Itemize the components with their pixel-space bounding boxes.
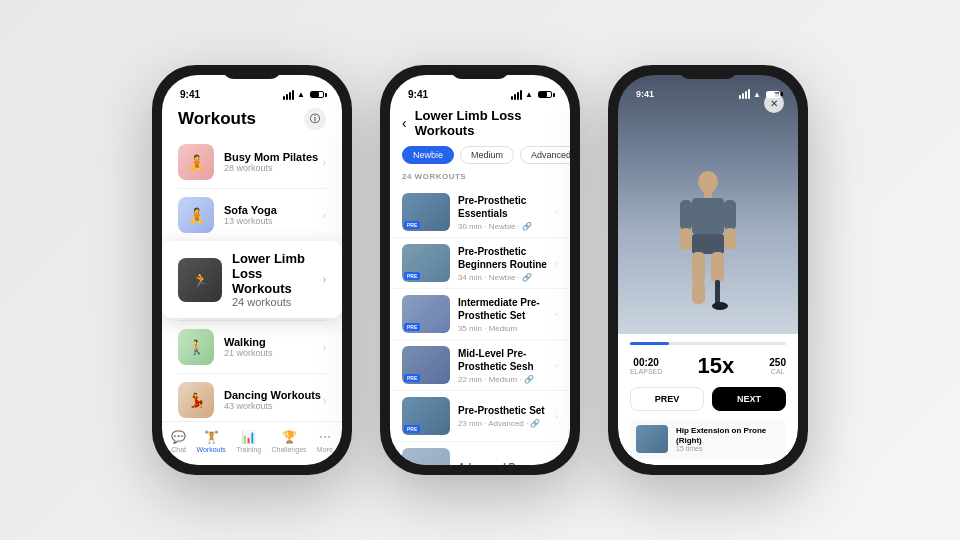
detail-item-5[interactable]: PRE Pre-Prosthetic Set 23 min · Advanced… — [390, 391, 570, 442]
elapsed-label: ELAPSED — [630, 368, 662, 375]
detail-item-6[interactable]: PRE Advanced Pre-... — [390, 442, 570, 465]
phone-player: 9:41 ▲ ✕ — [608, 65, 808, 475]
battery-1 — [310, 91, 324, 98]
nav-challenges-label: Challenges — [272, 446, 307, 453]
workout-item-yoga[interactable]: 🧘 Sofa Yoga 13 workouts › — [170, 191, 334, 239]
phone-notch-2 — [450, 65, 510, 79]
workout-count-dancing: 43 workouts — [224, 401, 323, 411]
detail-thumb-3: PRE — [402, 295, 450, 333]
phone-notch — [222, 65, 282, 79]
workout-item-dancing[interactable]: 💃 Dancing Workouts 43 workouts › — [170, 376, 334, 421]
cal-label: CAL — [769, 368, 786, 375]
signal-bars-1 — [283, 90, 294, 100]
detail-thumb-label-1: PRE — [404, 221, 420, 229]
nav-training-label: Training — [236, 446, 261, 453]
prev-button[interactable]: PREV — [630, 387, 704, 411]
phone-detail: 9:41 ▲ ‹ Lower Limb — [380, 65, 580, 475]
filter-medium[interactable]: Medium — [460, 146, 514, 164]
nav-chat-label: Chat — [171, 446, 186, 453]
detail-thumb-6: PRE — [402, 448, 450, 465]
phone2-title: Lower Limb Loss Workouts — [415, 108, 558, 138]
phone-workouts: 9:41 ▲ Workouts ⓘ — [152, 65, 352, 475]
timer-row: 00:20 ELAPSED 15x 250 CAL — [630, 353, 786, 379]
nav-workouts[interactable]: 🏋️ Workouts — [196, 430, 225, 453]
next-exercise: Hip Extension on Prone (Right) 15 times — [630, 419, 786, 459]
detail-thumb-label-5: PRE — [404, 425, 420, 433]
svg-rect-7 — [692, 234, 724, 254]
filter-row: Newbie Medium Advanced — [390, 146, 570, 172]
detail-thumb-1: PRE — [402, 193, 450, 231]
close-button[interactable]: ✕ — [764, 93, 784, 113]
challenges-icon: 🏆 — [282, 430, 297, 444]
detail-name-2: Pre-Prosthetic Beginners Routine — [458, 245, 555, 271]
nav-more-label: More — [317, 446, 333, 453]
detail-item-2[interactable]: PRE Pre-Prosthetic Beginners Routine 34 … — [390, 238, 570, 289]
detail-chevron-3: › — [555, 310, 558, 319]
workout-name-limb: Lower Limb Loss Workouts — [232, 251, 323, 296]
workout-thumb-limb: 🏃 — [178, 258, 222, 302]
next-exercise-info: Hip Extension on Prone (Right) 15 times — [676, 426, 780, 452]
video-area: 9:41 ▲ ✕ — [618, 75, 798, 334]
nav-training[interactable]: 📊 Training — [236, 430, 261, 453]
elapsed-value: 00:20 — [630, 357, 662, 368]
svg-point-12 — [712, 302, 728, 310]
filter-newbie[interactable]: Newbie — [402, 146, 454, 164]
video-wifi-icon: ▲ — [753, 90, 761, 99]
detail-thumb-label-4: PRE — [404, 374, 420, 382]
chevron-walking: › — [323, 342, 326, 353]
workout-thumb-dancing: 💃 — [178, 382, 214, 418]
chevron-pilates: › — [323, 157, 326, 168]
wifi-icon-1: ▲ — [297, 90, 305, 99]
phone-notch-3 — [678, 65, 738, 79]
workout-info-limb: Lower Limb Loss Workouts 24 workouts — [232, 251, 323, 308]
training-icon: 📊 — [241, 430, 256, 444]
detail-meta-5: 23 min · Advanced · 🔗 — [458, 419, 555, 428]
detail-item-3[interactable]: PRE Intermediate Pre-Prosthetic Set 35 m… — [390, 289, 570, 340]
detail-item-1[interactable]: PRE Pre-Prosthetic Essentials 30 min · N… — [390, 187, 570, 238]
detail-item-4[interactable]: PRE Mid-Level Pre-Prosthetic Sesh 22 min… — [390, 340, 570, 391]
filter-advanced[interactable]: Advanced — [520, 146, 570, 164]
battery-2 — [538, 91, 552, 98]
nav-chat[interactable]: 💬 Chat — [171, 430, 186, 453]
next-button[interactable]: NEXT — [712, 387, 786, 411]
back-button[interactable]: ‹ — [402, 115, 407, 131]
workout-count-pilates: 28 workouts — [224, 163, 323, 173]
detail-info-2: Pre-Prosthetic Beginners Routine 34 min … — [458, 245, 555, 282]
detail-info-1: Pre-Prosthetic Essentials 30 min · Newbi… — [458, 194, 555, 231]
workout-name-dancing: Dancing Workouts — [224, 389, 323, 401]
workout-count-walking: 21 workouts — [224, 348, 323, 358]
svg-rect-10 — [711, 252, 724, 282]
detail-name-5: Pre-Prosthetic Set — [458, 404, 555, 417]
detail-chevron-4: › — [555, 361, 558, 370]
workout-thumb-walking: 🚶 — [178, 329, 214, 365]
workout-name-walking: Walking — [224, 336, 323, 348]
workouts-icon: 🏋️ — [204, 430, 219, 444]
workout-item-pilates[interactable]: 🧘 Busy Mom Pilates 28 workouts › — [170, 138, 334, 186]
video-status-time: 9:41 — [636, 89, 654, 99]
nav-challenges[interactable]: 🏆 Challenges — [272, 430, 307, 453]
next-exercise-thumb — [636, 425, 668, 453]
player-bottom: 00:20 ELAPSED 15x 250 CAL PREV NEXT — [618, 334, 798, 465]
workout-info-yoga: Sofa Yoga 13 workouts — [224, 204, 323, 226]
chevron-yoga: › — [323, 210, 326, 221]
detail-meta-4: 22 min · Medium · 🔗 — [458, 375, 555, 384]
chevron-limb: › — [323, 274, 326, 285]
next-exercise-count: 15 times — [676, 445, 780, 452]
workout-item-limb[interactable]: 🏃 Lower Limb Loss Workouts 24 workouts › — [162, 241, 342, 318]
detail-chevron-1: › — [555, 208, 558, 217]
header-info-btn[interactable]: ⓘ — [304, 108, 326, 130]
phone1-title: Workouts — [178, 109, 256, 129]
workouts-count-label: 24 WORKOUTS — [390, 172, 570, 187]
detail-info-4: Mid-Level Pre-Prosthetic Sesh 22 min · M… — [458, 347, 555, 384]
nav-more[interactable]: ⋯ More — [317, 430, 333, 453]
svg-rect-2 — [692, 198, 724, 234]
chevron-dancing: › — [323, 395, 326, 406]
detail-thumb-label-3: PRE — [404, 323, 420, 331]
workout-info-pilates: Busy Mom Pilates 28 workouts — [224, 151, 323, 173]
workout-scroll: PRE Pre-Prosthetic Essentials 30 min · N… — [390, 187, 570, 465]
workout-item-walking[interactable]: 🚶 Walking 21 workouts › — [170, 323, 334, 371]
workout-name-pilates: Busy Mom Pilates — [224, 151, 323, 163]
svg-rect-6 — [724, 228, 736, 250]
detail-name-4: Mid-Level Pre-Prosthetic Sesh — [458, 347, 555, 373]
workout-thumb-yoga: 🧘 — [178, 197, 214, 233]
